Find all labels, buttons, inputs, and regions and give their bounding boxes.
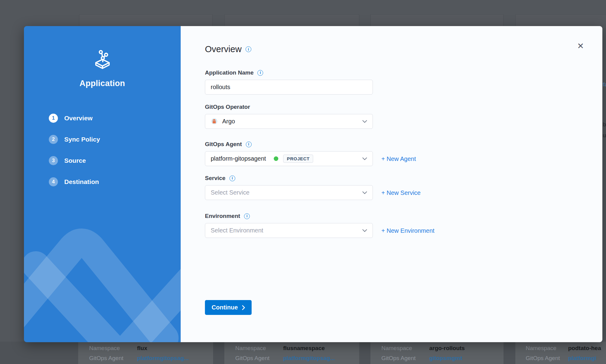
wizard-content: ✕ Overview i Application Name i GitOps O… xyxy=(181,26,602,342)
gitops-agent-label: GitOps Agent xyxy=(205,141,242,148)
namespace-label: Namespace xyxy=(89,345,137,352)
page-title-row: Overview i xyxy=(205,44,602,54)
application-name-field: Application Name i xyxy=(205,69,602,95)
gitops-agent-value: gitopsmgmt xyxy=(429,355,462,362)
gitops-agent-value: platformgitopsag... xyxy=(137,355,189,362)
environment-row: Environment i Select Environment + New E… xyxy=(205,213,602,238)
close-button[interactable]: ✕ xyxy=(574,40,587,52)
gitops-agent-value: platformgitopsag... xyxy=(283,355,335,362)
namespace-label: Namespace xyxy=(381,345,429,352)
clipped-text-fragment: be xyxy=(603,121,606,128)
new-environment-link[interactable]: + New Environment xyxy=(381,227,434,234)
gitops-agent-select[interactable]: platform-gitopsagent PROJECT xyxy=(205,151,373,166)
gitops-operator-value: Argo xyxy=(222,118,235,125)
scope-badge: PROJECT xyxy=(283,155,313,163)
gitops-operator-field: GitOps Operator Argo xyxy=(205,104,602,129)
namespace-value: flusnamespace xyxy=(283,345,325,352)
gitops-agent-field: GitOps Agent i platform-gitopsagent PROJ… xyxy=(205,141,373,166)
service-select[interactable]: Select Service xyxy=(205,185,373,200)
sidebar-title: Application xyxy=(24,79,181,88)
service-placeholder: Select Service xyxy=(211,189,249,196)
close-icon: ✕ xyxy=(577,42,584,51)
gitops-agent-label: GitOps Agent xyxy=(89,355,137,362)
gitops-agent-value: platformgi xyxy=(568,355,596,362)
new-agent-link[interactable]: + New Agent xyxy=(381,155,416,162)
background-card-strip: Namespace flux GitOps Agent platformgito… xyxy=(0,342,606,364)
service-label: Service xyxy=(205,175,226,182)
info-icon[interactable]: i xyxy=(257,70,263,76)
gitops-operator-select[interactable]: Argo xyxy=(205,114,373,129)
application-wizard-modal: Application 1 Overview 2 Sync Policy 3 S… xyxy=(24,26,602,342)
step-number-badge: 3 xyxy=(49,156,58,165)
wizard-step-sync-policy[interactable]: 2 Sync Policy xyxy=(49,135,100,144)
gitops-agent-value: platform-gitopsagent xyxy=(211,155,266,162)
application-name-label: Application Name xyxy=(205,69,253,76)
clipped-text-fragment: ux xyxy=(603,132,606,139)
card-row: Namespace flusnamespace xyxy=(224,343,359,353)
gitops-agent-label: GitOps Agent xyxy=(381,355,429,362)
card-row: Namespace podtato-hea xyxy=(515,343,606,353)
info-icon[interactable]: i xyxy=(246,142,252,147)
step-label: Source xyxy=(64,157,86,164)
step-number-badge: 4 xyxy=(49,177,58,186)
background-card: Namespace flux GitOps Agent platformgito… xyxy=(78,342,213,364)
card-row: GitOps Agent platformgitopsag... xyxy=(78,353,213,363)
environment-field: Environment i Select Environment xyxy=(205,213,373,238)
application-icon xyxy=(92,49,113,70)
environment-select[interactable]: Select Environment xyxy=(205,223,373,238)
namespace-value: argo-rollouts xyxy=(429,345,465,352)
wizard-step-source[interactable]: 3 Source xyxy=(49,156,100,165)
gitops-agent-label: GitOps Agent xyxy=(235,355,283,362)
namespace-value: flux xyxy=(137,345,147,352)
sidebar-header: Application xyxy=(24,49,181,88)
gitops-agent-row: GitOps Agent i platform-gitopsagent PROJ… xyxy=(205,141,602,166)
card-row: Namespace flux xyxy=(78,343,213,353)
harness-watermark xyxy=(24,220,181,342)
service-field: Service i Select Service xyxy=(205,175,373,200)
step-label: Sync Policy xyxy=(64,136,100,143)
card-row: GitOps Agent gitopsmgmt xyxy=(370,353,504,363)
chevron-down-icon xyxy=(362,120,367,123)
environment-placeholder: Select Environment xyxy=(211,227,263,234)
wizard-sidebar: Application 1 Overview 2 Sync Policy 3 S… xyxy=(24,26,181,342)
environment-label: Environment xyxy=(205,213,240,219)
service-row: Service i Select Service + New Service xyxy=(205,175,602,200)
info-icon[interactable]: i xyxy=(229,175,235,181)
step-number-badge: 2 xyxy=(49,135,58,144)
chevron-down-icon xyxy=(362,157,367,160)
wizard-step-overview[interactable]: 1 Overview xyxy=(49,114,100,123)
namespace-value: podtato-hea xyxy=(568,345,601,352)
screen: Namespace flux GitOps Agent platformgito… xyxy=(0,0,606,364)
card-row: Namespace argo-rollouts xyxy=(370,343,504,353)
chevron-down-icon xyxy=(362,191,367,194)
background-card: Namespace argo-rollouts GitOps Agent git… xyxy=(370,342,504,364)
info-icon[interactable]: i xyxy=(246,46,251,52)
application-name-input[interactable] xyxy=(205,80,373,95)
step-number-badge: 1 xyxy=(49,114,58,123)
namespace-label: Namespace xyxy=(235,345,283,352)
agent-health-dot xyxy=(274,156,278,161)
continue-label: Continue xyxy=(212,304,238,311)
card-row: GitOps Agent platformgi xyxy=(515,353,606,363)
continue-button[interactable]: Continue xyxy=(205,300,252,315)
wizard-step-destination[interactable]: 4 Destination xyxy=(49,177,100,186)
chevron-down-icon xyxy=(362,229,367,232)
wizard-steps: 1 Overview 2 Sync Policy 3 Source 4 Dest… xyxy=(49,114,100,199)
chevron-right-icon xyxy=(242,305,245,310)
gitops-agent-label: GitOps Agent xyxy=(526,355,568,362)
argo-icon xyxy=(211,118,218,125)
background-card: Namespace flusnamespace GitOps Agent pla… xyxy=(224,342,359,364)
page-title: Overview xyxy=(205,44,242,54)
namespace-label: Namespace xyxy=(526,345,568,352)
step-label: Destination xyxy=(64,178,99,185)
clipped-text-fragment: fa xyxy=(603,81,606,88)
step-label: Overview xyxy=(64,115,92,122)
card-row: GitOps Agent platformgitopsag... xyxy=(224,353,359,363)
background-card: Namespace podtato-hea GitOps Agent platf… xyxy=(515,342,606,364)
gitops-operator-label: GitOps Operator xyxy=(205,104,250,110)
info-icon[interactable]: i xyxy=(244,213,250,219)
new-service-link[interactable]: + New Service xyxy=(381,189,421,196)
